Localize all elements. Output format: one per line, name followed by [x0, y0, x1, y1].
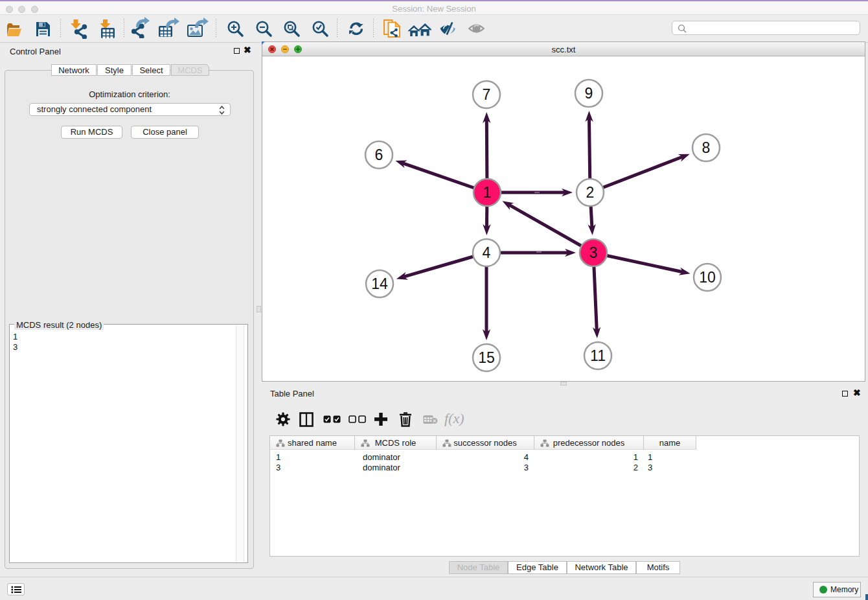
svg-text:2: 2: [586, 184, 595, 201]
svg-text:3: 3: [589, 244, 598, 261]
svg-text:6: 6: [375, 146, 383, 163]
svg-text:8: 8: [702, 139, 711, 156]
svg-text:15: 15: [478, 349, 495, 366]
svg-text:14: 14: [371, 275, 388, 292]
svg-text:4: 4: [483, 244, 491, 261]
svg-text:9: 9: [585, 85, 593, 102]
svg-text:1: 1: [483, 184, 492, 201]
svg-text:7: 7: [483, 86, 491, 103]
svg-text:11: 11: [590, 347, 606, 364]
svg-text:10: 10: [699, 269, 716, 286]
